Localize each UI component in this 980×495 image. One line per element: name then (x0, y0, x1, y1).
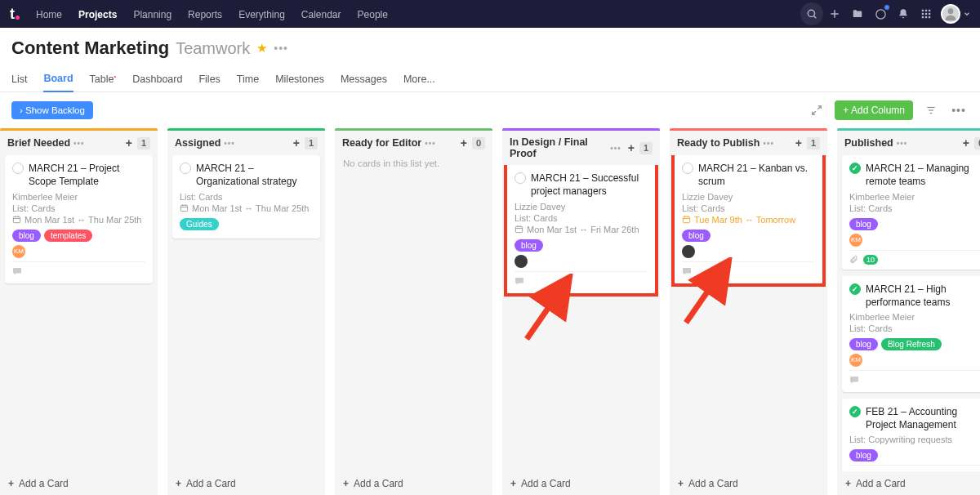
project-more-icon[interactable]: ••• (274, 42, 288, 55)
comment-icon[interactable] (849, 375, 859, 387)
add-card-button[interactable]: +Add a Card (0, 471, 158, 495)
complete-check-icon[interactable] (12, 163, 24, 174)
bell-icon[interactable] (892, 2, 915, 25)
tag[interactable]: templates (44, 230, 92, 242)
star-icon[interactable]: ★ (256, 41, 267, 56)
search-icon[interactable] (800, 2, 823, 25)
column-ready-for-editor: Ready for Editor ••• + 0 No cards in thi… (335, 128, 492, 495)
board-more-icon[interactable]: ••• (949, 100, 969, 120)
nav-calendar[interactable]: Calendar (301, 9, 341, 20)
task-card[interactable]: MARCH 21 – Project Scope TemplateKimberl… (5, 155, 153, 283)
tag[interactable]: blog (514, 239, 543, 252)
complete-check-icon[interactable] (682, 163, 693, 174)
tag[interactable]: blog (849, 218, 878, 230)
tag[interactable]: Blog Refresh (881, 338, 942, 350)
column-more-icon[interactable]: ••• (74, 139, 85, 148)
svg-line-15 (813, 111, 816, 114)
tag[interactable]: blog (849, 449, 878, 462)
column-more-icon[interactable]: ••• (224, 139, 235, 148)
expand-icon[interactable] (807, 100, 826, 120)
nav-everything[interactable]: Everything (238, 9, 285, 20)
complete-check-icon[interactable] (849, 283, 861, 295)
nav-planning[interactable]: Planning (133, 9, 172, 20)
tag[interactable]: blog (849, 338, 878, 350)
column-more-icon[interactable]: ••• (610, 144, 621, 153)
nav-people[interactable]: People (358, 9, 388, 20)
tag[interactable]: blog (682, 230, 710, 242)
task-card[interactable]: MARCH 21 – High performance teamsKimberl… (842, 276, 980, 392)
task-card[interactable]: MARCH 21 – Organizational strategyList: … (172, 155, 320, 238)
column-more-icon[interactable]: ••• (425, 139, 436, 148)
tag[interactable]: blog (12, 230, 41, 242)
grid-icon[interactable] (915, 2, 938, 25)
card-date: Tue Mar 9th ↔ Tomorrow (682, 215, 815, 225)
filter-icon[interactable] (921, 100, 941, 120)
tab-list[interactable]: List (11, 68, 27, 91)
assignee-avatar[interactable]: KM (849, 354, 862, 367)
assignee-avatar[interactable] (682, 245, 695, 258)
add-icon[interactable] (823, 2, 846, 25)
complete-check-icon[interactable] (849, 406, 861, 417)
add-card-button[interactable]: +Add a Card (837, 471, 980, 495)
task-card[interactable]: MARCH 21 – Kanban vs. scrumLizzie DaveyL… (675, 155, 822, 283)
complete-check-icon[interactable] (849, 163, 861, 174)
column-add-icon[interactable]: + (293, 136, 300, 149)
column-add-icon[interactable]: + (795, 136, 802, 149)
assignee-avatar[interactable] (514, 255, 528, 268)
task-card[interactable]: MARCH 21 – Managing remote teamsKimberle… (842, 155, 980, 269)
tab-messages[interactable]: Messages (341, 68, 387, 91)
card-tags: blog (682, 230, 815, 242)
column-ready-to-publish: Ready to Publish ••• + 1 MARCH 21 – Kanb… (670, 128, 827, 495)
column-header: Brief Needed ••• + 1 (0, 131, 158, 155)
task-card[interactable]: FEB 21 – Accounting Project ManagementLi… (842, 399, 980, 471)
add-card-button[interactable]: +Add a Card (335, 471, 492, 495)
add-card-button[interactable]: +Add a Card (502, 471, 660, 495)
svg-rect-6 (925, 10, 927, 11)
tab-milestones[interactable]: Milestones (275, 68, 324, 91)
column-more-icon[interactable]: ••• (763, 139, 774, 148)
add-card-button[interactable]: +Add a Card (670, 471, 827, 495)
svg-rect-9 (925, 13, 927, 15)
tag[interactable]: Guides (180, 218, 219, 230)
svg-rect-8 (922, 13, 924, 15)
tab-more-[interactable]: More... (403, 68, 435, 91)
chat-icon[interactable] (869, 2, 892, 25)
comment-icon[interactable] (514, 276, 524, 288)
tab-board[interactable]: Board (43, 67, 73, 92)
comment-icon[interactable] (12, 266, 22, 279)
tab-dashboard[interactable]: Dashboard (132, 68, 182, 91)
column-title: In Design / Final Proof (510, 136, 607, 159)
tab-time[interactable]: Time (237, 68, 259, 91)
folder-icon[interactable] (846, 2, 869, 25)
comment-icon[interactable] (682, 266, 692, 279)
empty-message: No cards in this list yet. (340, 155, 488, 172)
chevron-down-icon[interactable] (960, 2, 973, 25)
assignee-avatar[interactable]: KM (849, 234, 862, 247)
card-title: MARCH 21 – High performance teams (866, 283, 980, 309)
nav-home[interactable]: Home (36, 9, 62, 20)
paperclip-icon[interactable] (849, 255, 858, 264)
assignee-avatar[interactable]: KM (12, 245, 25, 258)
column-add-icon[interactable]: + (628, 141, 635, 154)
tab-files[interactable]: Files (198, 68, 220, 91)
add-card-button[interactable]: +Add a Card (167, 471, 325, 495)
task-card[interactable]: MARCH 21 – Successful project managersLi… (507, 165, 655, 292)
column-more-icon[interactable]: ••• (897, 139, 908, 148)
column-add-icon[interactable]: + (126, 136, 132, 149)
card-date: Mon Mar 1st ↔ Thu Mar 25th (12, 215, 145, 225)
user-avatar[interactable] (941, 4, 960, 24)
column-count: 0 (974, 137, 980, 149)
nav-projects[interactable]: Projects (78, 9, 117, 20)
tab-table[interactable]: Table• (90, 67, 117, 91)
column-add-icon[interactable]: + (963, 136, 969, 149)
app-logo[interactable]: t (10, 6, 20, 23)
complete-check-icon[interactable] (514, 172, 526, 184)
add-column-button[interactable]: + Add Column (835, 100, 913, 120)
nav-reports[interactable]: Reports (188, 9, 222, 20)
comment-icon[interactable] (849, 470, 859, 471)
workspace-name[interactable]: Teamwork (176, 39, 250, 58)
complete-check-icon[interactable] (180, 163, 191, 174)
show-backlog-button[interactable]: › Show Backlog (11, 101, 93, 119)
column-add-icon[interactable]: + (461, 136, 467, 149)
column-count: 1 (305, 137, 318, 149)
